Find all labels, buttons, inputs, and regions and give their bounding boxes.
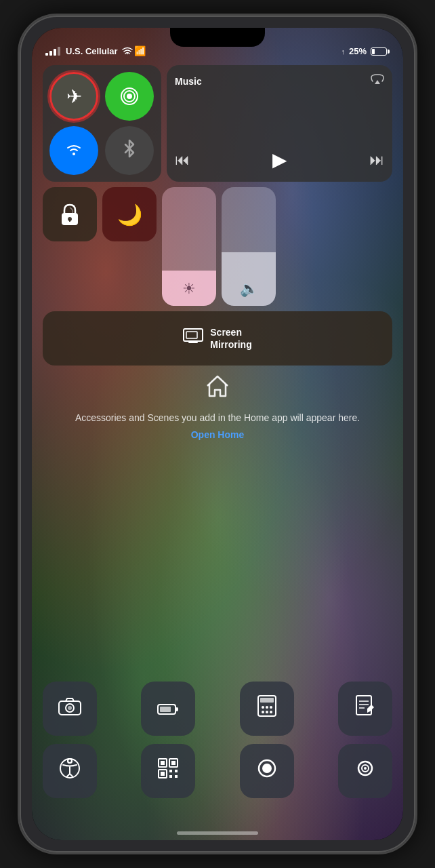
volume-icon: 🔈 (240, 280, 258, 298)
camera-app-button[interactable] (43, 682, 97, 736)
calculator-icon (257, 695, 276, 722)
home-indicator[interactable] (177, 831, 258, 835)
svg-point-0 (127, 54, 128, 55)
silent-switch[interactable] (18, 124, 20, 148)
airplay-icon[interactable] (371, 73, 384, 89)
connectivity-panel: ✈ (43, 65, 161, 182)
screen-mirror-line2: Mirroring (210, 338, 251, 351)
svg-rect-40 (169, 775, 172, 778)
bluetooth-button[interactable] (105, 126, 154, 175)
power-button[interactable] (415, 151, 417, 199)
status-right: ↑ 25% (341, 46, 390, 56)
volume-up-button[interactable] (18, 158, 20, 199)
svg-point-23 (266, 711, 268, 713)
qr-icon (157, 757, 179, 785)
qr-scanner-app-button[interactable] (141, 744, 195, 798)
battery-app-icon (157, 696, 179, 722)
calculator-app-button[interactable] (240, 682, 294, 736)
play-button[interactable]: ▶ (272, 149, 287, 171)
music-panel: Music ⏮ ▶ ⏭ (167, 65, 392, 182)
signal-bar-4 (58, 47, 60, 56)
airplane-mode-button[interactable]: ✈ (49, 72, 98, 121)
brightness-icon: ☀ (182, 280, 196, 298)
battery-app-button[interactable] (141, 682, 195, 736)
wifi-status-icon (122, 45, 133, 56)
screen-mirror-line1: Screen (210, 326, 251, 338)
brightness-slider[interactable]: ☀ (162, 187, 216, 306)
cellular-icon (120, 87, 139, 106)
bottom-apps (43, 682, 392, 806)
fast-forward-button[interactable]: ⏭ (369, 151, 384, 169)
music-header: Music (175, 73, 384, 89)
svg-rect-33 (161, 761, 165, 765)
camera-icon (58, 696, 81, 722)
svg-point-24 (270, 711, 272, 713)
svg-rect-15 (175, 707, 178, 711)
svg-point-43 (262, 764, 272, 773)
screen-mirror-text: Screen Mirroring (210, 326, 251, 351)
svg-rect-25 (356, 696, 371, 715)
svg-point-20 (266, 706, 268, 709)
svg-rect-38 (169, 770, 172, 772)
svg-point-21 (270, 706, 272, 709)
signal-bars (45, 47, 60, 56)
airplane-icon: ✈ (66, 85, 82, 108)
screen-mirror-icon (183, 328, 203, 349)
svg-rect-41 (175, 775, 178, 778)
svg-rect-39 (175, 770, 178, 772)
notes-app-button[interactable] (338, 682, 392, 736)
screen-background: U.S. Cellular 📶 ↑ 25% (32, 28, 403, 840)
battery-percentage: 25% (349, 46, 367, 56)
svg-point-1 (127, 94, 132, 99)
screen-lock-button[interactable] (43, 187, 97, 241)
sliders-area: ☀ 🔈 (162, 187, 276, 306)
battery-icon (371, 47, 390, 56)
location-icon: ↑ (341, 47, 345, 56)
moon-icon: 🌙 (117, 203, 142, 226)
cellular-button[interactable] (105, 72, 154, 121)
volume-down-button[interactable] (18, 209, 20, 250)
home-description: Accessories and Scenes you add in the Ho… (75, 411, 360, 425)
app-row-2 (43, 744, 392, 798)
svg-rect-37 (161, 772, 165, 776)
open-home-link[interactable]: Open Home (191, 429, 245, 440)
control-center: ✈ (43, 65, 392, 371)
rewind-button[interactable]: ⏮ (175, 151, 190, 169)
svg-rect-9 (186, 332, 197, 338)
svg-point-4 (72, 153, 75, 155)
third-row: Screen Mirroring (43, 311, 392, 366)
status-left: U.S. Cellular 📶 (45, 45, 146, 56)
notch (170, 28, 265, 47)
wifi-button-icon (65, 140, 83, 161)
music-title: Music (175, 76, 202, 87)
wifi-button[interactable] (49, 126, 98, 175)
svg-rect-18 (260, 698, 274, 703)
nfc-app-button[interactable] (338, 744, 392, 798)
do-not-disturb-button[interactable]: 🌙 (102, 187, 157, 241)
top-row: ✈ (43, 65, 392, 182)
screen-lock-icon (59, 202, 81, 226)
svg-rect-35 (171, 761, 175, 765)
accessibility-app-button[interactable] (43, 744, 97, 798)
svg-point-19 (262, 706, 264, 709)
screen-record-app-button[interactable] (240, 744, 294, 798)
signal-bar-1 (45, 53, 48, 56)
volume-slider[interactable]: 🔈 (222, 187, 276, 306)
music-controls: ⏮ ▶ ⏭ (175, 146, 384, 174)
carrier-name: U.S. Cellular (66, 46, 118, 56)
screen-mirroring-button[interactable]: Screen Mirroring (43, 311, 392, 366)
record-icon (256, 757, 278, 785)
second-row: 🌙 ☀ 🔈 (43, 187, 392, 306)
app-row-1 (43, 682, 392, 736)
svg-point-46 (364, 767, 367, 770)
volume-fill (222, 252, 276, 306)
bluetooth-icon (123, 139, 136, 163)
signal-bar-3 (54, 49, 56, 56)
svg-point-13 (68, 706, 72, 710)
phone-screen: U.S. Cellular 📶 ↑ 25% (32, 28, 403, 840)
home-app-icon (205, 374, 230, 404)
accessibility-icon (59, 757, 81, 785)
notes-icon (355, 695, 375, 722)
signal-bar-2 (49, 51, 52, 56)
svg-point-22 (262, 711, 264, 713)
